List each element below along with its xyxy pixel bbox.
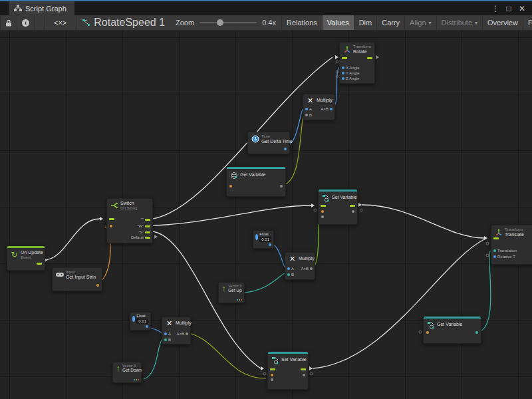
node-get-delta-time[interactable]: Time Get Delta Time	[247, 132, 290, 154]
result-port[interactable]: A×B	[176, 332, 188, 336]
input-x-angle-port[interactable]: X Angle	[342, 66, 360, 70]
flow-in-port[interactable]	[342, 57, 347, 59]
port-label: A×B	[321, 107, 329, 111]
name-in-port[interactable]	[321, 210, 324, 213]
carry-button[interactable]: Carry	[377, 15, 405, 30]
node-set-variable-bottom[interactable]: Set Variable	[267, 351, 309, 390]
input-a-port[interactable]: A	[305, 107, 312, 111]
node-float-mid[interactable]: Float 0.01	[253, 230, 274, 249]
vector-out-port[interactable]	[134, 379, 139, 380]
wire-getdown-to-multiply-bottom[interactable]	[144, 339, 162, 379]
lock-button[interactable]	[0, 15, 17, 30]
case-port[interactable]: "W"	[137, 224, 150, 228]
collapse-button[interactable]: <×>	[44, 15, 76, 30]
input-a-port[interactable]: A	[164, 332, 171, 336]
tab-script-graph[interactable]: Script Graph	[9, 1, 74, 15]
window-maximize-button[interactable]: □	[503, 4, 515, 13]
flow-out-port[interactable]	[350, 205, 355, 207]
case-port[interactable]: ""	[141, 217, 150, 221]
port-label: A×B	[176, 332, 184, 336]
flow-out-port[interactable]	[367, 57, 372, 59]
node-header: Input Get Input Strin	[53, 268, 102, 281]
float-value-field[interactable]: 0.01	[136, 319, 148, 324]
flow-in-port[interactable]	[493, 237, 499, 239]
input-b-port[interactable]: B	[305, 113, 312, 117]
relations-button[interactable]: Relations	[281, 15, 323, 30]
node-set-variable-mid[interactable]: Set Variable	[318, 189, 358, 225]
port-label: A	[291, 267, 294, 271]
number-out-port[interactable]	[146, 325, 148, 328]
node-header: Float 0.01	[130, 313, 150, 325]
flow-out-port[interactable]	[301, 368, 306, 370]
node-rotate[interactable]: Transform Rotate X Angle Y Angle Z Angle	[339, 42, 375, 84]
node-translate[interactable]: Transform Translate Translation Relative…	[491, 225, 532, 265]
window-menu-button[interactable]: ⋮	[489, 4, 501, 13]
value-out-port[interactable]	[303, 374, 305, 376]
window-close-button[interactable]: ✕	[516, 4, 528, 13]
node-get-variable-top[interactable]: Get Variable	[226, 166, 286, 197]
number-out-port[interactable]	[269, 243, 271, 246]
wire-onupdate-to-switch[interactable]	[44, 219, 100, 260]
case-port[interactable]: "S"	[138, 230, 150, 234]
wire-setvariable-bottom-to-translate[interactable]	[313, 239, 484, 368]
node-get-up[interactable]: ↑ Vector 3 Get Up	[218, 282, 245, 303]
name-in-port[interactable]	[271, 374, 273, 376]
node-title: Get Delta Time	[261, 139, 293, 144]
result-port[interactable]: A×B	[321, 107, 332, 111]
align-dropdown[interactable]: Align ▾	[405, 15, 436, 30]
name-in-port[interactable]	[229, 185, 232, 188]
case-port[interactable]: Default	[131, 235, 150, 239]
node-float-bottom[interactable]: Float 0.01	[130, 312, 151, 331]
distribute-dropdown[interactable]: Distribute ▾	[437, 15, 483, 30]
wire-multiply-bottom-to-setvariable[interactable]	[189, 333, 266, 378]
graph-canvas[interactable]: ↻ On Update Event Input Get Input Strin	[0, 31, 532, 399]
vector-out-port[interactable]	[237, 299, 242, 301]
input-a-port[interactable]: A	[287, 267, 294, 271]
number-out-port[interactable]	[284, 148, 287, 150]
multiply-icon: ✕	[288, 255, 297, 263]
node-get-down[interactable]: ↑ Vector 3 Get Down	[112, 362, 142, 383]
input-relative-to-port[interactable]: Relative T	[493, 255, 515, 259]
info-button[interactable]: i	[17, 15, 35, 30]
node-multiply-mid[interactable]: ✕ Multiply A A×B B	[285, 252, 315, 280]
name-in-port[interactable]	[426, 331, 429, 334]
node-title: Get Variable	[240, 172, 265, 178]
input-translation-port[interactable]: Translation	[493, 249, 517, 253]
zoom-slider-handle[interactable]	[217, 19, 223, 26]
input-b-port[interactable]: B	[164, 338, 171, 342]
value-out-port[interactable]	[280, 185, 283, 188]
node-multiply-bottom[interactable]: ✕ Multiply A A×B B	[162, 317, 191, 344]
value-out-port[interactable]	[352, 210, 354, 213]
node-switch-on-string[interactable]: Switch On String "" "W" "S" Default	[106, 198, 153, 243]
result-port[interactable]: A×B	[301, 267, 313, 271]
input-b-port[interactable]: B	[287, 273, 294, 277]
wire-setvariable-mid-to-translate[interactable]	[362, 205, 484, 238]
node-on-update[interactable]: ↻ On Update Event	[7, 245, 45, 271]
zoom-slider[interactable]	[200, 22, 257, 23]
value-in-port[interactable]	[321, 215, 324, 218]
wire-getup-to-multiply-mid[interactable]	[243, 273, 285, 293]
node-multiply-top[interactable]: ✕ Multiply A A×B B	[303, 94, 335, 120]
case-label: Default	[131, 235, 144, 239]
wire-switch-to-setvariable-mid[interactable]	[153, 205, 311, 225]
value-out-port[interactable]	[475, 331, 478, 334]
node-get-variable-bottom-right[interactable]: Get Variable	[423, 316, 481, 344]
input-y-angle-port[interactable]: Y Angle	[342, 71, 360, 75]
string-out-port[interactable]	[96, 284, 99, 287]
string-in-port[interactable]	[110, 225, 112, 227]
port-dot	[305, 114, 308, 116]
flow-in-port[interactable]	[109, 218, 114, 220]
flow-in-port[interactable]	[321, 205, 326, 207]
values-button[interactable]: Values	[323, 15, 354, 30]
overview-button[interactable]: Overview	[483, 15, 523, 30]
float-value-field[interactable]: 0.01	[259, 237, 271, 242]
fullscreen-button[interactable]: Full Screen	[523, 15, 532, 30]
flow-in-port[interactable]	[270, 368, 275, 370]
wire-float-to-multiply-bottom[interactable]	[150, 329, 162, 333]
input-z-angle-port[interactable]: Z Angle	[342, 76, 359, 80]
node-get-input-string[interactable]: Input Get Input Strin	[52, 267, 102, 291]
breadcrumb[interactable]: RotateSpeed 1	[76, 15, 170, 30]
dim-button[interactable]: Dim	[354, 15, 378, 30]
value-in-port[interactable]	[271, 378, 273, 381]
flow-out-port[interactable]	[37, 263, 42, 265]
